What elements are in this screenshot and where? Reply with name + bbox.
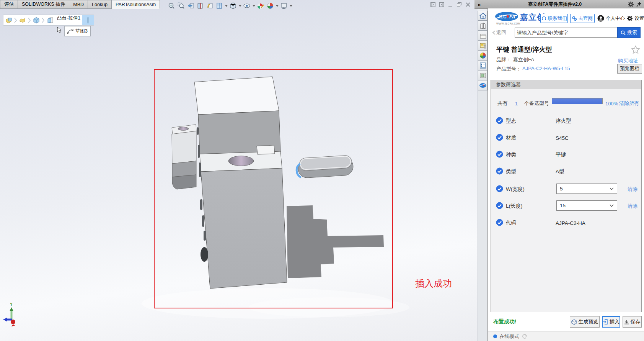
- tab-mbd[interactable]: MBD: [69, 0, 88, 9]
- previous-view-icon[interactable]: [186, 2, 195, 10]
- length-select[interactable]: 15: [556, 200, 617, 211]
- appearances-tab[interactable]: [478, 51, 487, 61]
- filter-row: 种类 平键: [491, 150, 641, 159]
- heads-up-toolbar: [167, 1, 292, 10]
- breadcrumb-separator-icon: [28, 15, 31, 25]
- folder-icon: [479, 32, 486, 39]
- close-icon[interactable]: [465, 2, 471, 8]
- contact-us-button[interactable]: 联系我们: [540, 14, 568, 23]
- checkbox-checked-icon[interactable]: [496, 167, 503, 176]
- filter-row-label: 代码: [506, 220, 516, 226]
- panel-collapse-icon[interactable]: »: [474, 1, 484, 8]
- apply-scene-dropdown[interactable]: [276, 2, 279, 10]
- generate-preview-button[interactable]: 生成预览: [570, 316, 600, 328]
- edit-appearance-icon[interactable]: [256, 2, 265, 10]
- minimize-icon[interactable]: [447, 2, 454, 8]
- breadcrumb-separator-icon: [42, 15, 45, 25]
- triad-y-label: Y: [10, 302, 13, 307]
- model-number-link[interactable]: AJPA-C2-HA-W5-L15: [522, 66, 570, 71]
- checkbox-checked-icon[interactable]: [496, 202, 503, 210]
- display-style-icon[interactable]: [229, 2, 237, 10]
- annotation-view-icon[interactable]: [205, 2, 214, 10]
- collapse-pane-left-icon[interactable]: [429, 2, 436, 8]
- tab-partsolutionsasm[interactable]: PARTsolutionsAsm: [112, 0, 160, 9]
- breadcrumb-feature-label[interactable]: 凸台-拉伸1: [55, 15, 82, 25]
- filter-row-label: 种类: [506, 151, 516, 158]
- settings-gear-icon: [627, 15, 633, 21]
- restore-icon[interactable]: [456, 2, 463, 8]
- checkbox-checked-icon[interactable]: [496, 117, 503, 125]
- hide-show-items-icon[interactable]: [243, 2, 251, 10]
- brand-label: 品牌：: [496, 56, 511, 63]
- save-button[interactable]: 保存: [623, 316, 642, 328]
- filter-row-value: 平键: [556, 151, 566, 158]
- view-orientation-dropdown[interactable]: [225, 2, 228, 10]
- width-select[interactable]: 5: [556, 184, 617, 194]
- graphics-viewport[interactable]: 评估 SOLIDWORKS 插件 MBD Lookup PARTsolution…: [0, 0, 478, 341]
- checkbox-checked-icon[interactable]: [496, 185, 503, 193]
- save-label: 保存: [631, 318, 641, 325]
- sketch-callout[interactable]: 草图3: [64, 26, 91, 36]
- breadcrumb-selected-edge[interactable]: [82, 15, 94, 25]
- settings-label: 设置: [634, 15, 644, 22]
- section-view-icon[interactable]: [196, 2, 204, 10]
- search-button[interactable]: 搜索: [617, 27, 641, 38]
- view-orientation-icon[interactable]: [215, 2, 223, 10]
- filter-row-value: AJPA-C2-HA: [556, 220, 585, 226]
- favorite-star-icon[interactable]: [631, 45, 640, 55]
- tab-evaluate[interactable]: 评估: [0, 0, 18, 9]
- view-settings-icon[interactable]: [280, 2, 288, 10]
- checkbox-checked-icon[interactable]: [496, 219, 503, 227]
- view-settings-dropdown[interactable]: [289, 2, 292, 10]
- breadcrumb-assembly-icon[interactable]: [3, 15, 14, 25]
- headset-icon: [541, 16, 546, 21]
- tab-solidworks-addins[interactable]: SOLIDWORKS 插件: [18, 0, 69, 9]
- view-palette-tab[interactable]: [478, 41, 487, 51]
- brand-value: 嘉立创FA: [513, 56, 534, 63]
- settings-button[interactable]: 设置: [627, 14, 644, 23]
- filter-row-value: S45C: [556, 135, 569, 141]
- panel-pin-icon[interactable]: [636, 2, 644, 7]
- model-label: 产品型号：: [496, 66, 521, 72]
- chevron-down-icon: [610, 187, 614, 190]
- go-website-button[interactable]: 去官网: [570, 14, 595, 23]
- panel-options-gear-icon[interactable]: [626, 1, 636, 8]
- zoom-fit-icon[interactable]: [167, 2, 176, 10]
- clear-width-link[interactable]: 清除: [628, 186, 637, 193]
- buy-address-link[interactable]: 购买地址: [618, 57, 638, 64]
- search-input[interactable]: [515, 28, 617, 38]
- filter-row-label: 类型: [506, 168, 516, 175]
- display-style-dropdown[interactable]: [238, 2, 241, 10]
- breadcrumb-body-icon[interactable]: [31, 15, 42, 25]
- solidworks-resources-tab[interactable]: [478, 11, 487, 21]
- breadcrumb: 凸台-拉伸1: [3, 15, 94, 26]
- zoom-area-icon[interactable]: [177, 2, 185, 10]
- generate-preview-label: 生成预览: [579, 318, 598, 325]
- clear-all-link[interactable]: 清除所有: [619, 100, 639, 107]
- design-library-tab[interactable]: [478, 21, 487, 31]
- account-button[interactable]: 个人中心: [597, 14, 625, 23]
- checkbox-checked-icon[interactable]: [496, 151, 503, 159]
- refresh-icon[interactable]: [522, 334, 528, 339]
- breadcrumb-part-icon[interactable]: [17, 15, 28, 25]
- properties-form-icon: [479, 62, 486, 69]
- back-button[interactable]: 返回: [492, 29, 506, 36]
- apply-scene-icon[interactable]: [266, 2, 274, 10]
- custom-properties-tab[interactable]: [478, 61, 487, 70]
- jlcfa-plugin-tab[interactable]: [478, 80, 487, 90]
- collapse-pane-right-icon[interactable]: [438, 2, 445, 8]
- clear-length-link[interactable]: 清除: [628, 203, 637, 210]
- file-explorer-tab[interactable]: [478, 31, 487, 41]
- preview-drawing-button[interactable]: 预览图档: [617, 64, 642, 74]
- online-status-dot: [493, 334, 497, 338]
- link-icon: [572, 16, 577, 21]
- checkbox-checked-icon[interactable]: [496, 134, 503, 142]
- tab-lookup[interactable]: Lookup: [88, 0, 112, 9]
- hide-show-items-dropdown[interactable]: [252, 2, 255, 10]
- breadcrumb-feature-icon[interactable]: [45, 15, 55, 25]
- sketch-label: 草图3: [75, 28, 88, 34]
- insert-button[interactable]: 插入: [602, 316, 620, 328]
- preview-screen-icon: [479, 72, 486, 79]
- preview-panel-tab[interactable]: [478, 70, 487, 80]
- sketch-icon: [67, 29, 73, 34]
